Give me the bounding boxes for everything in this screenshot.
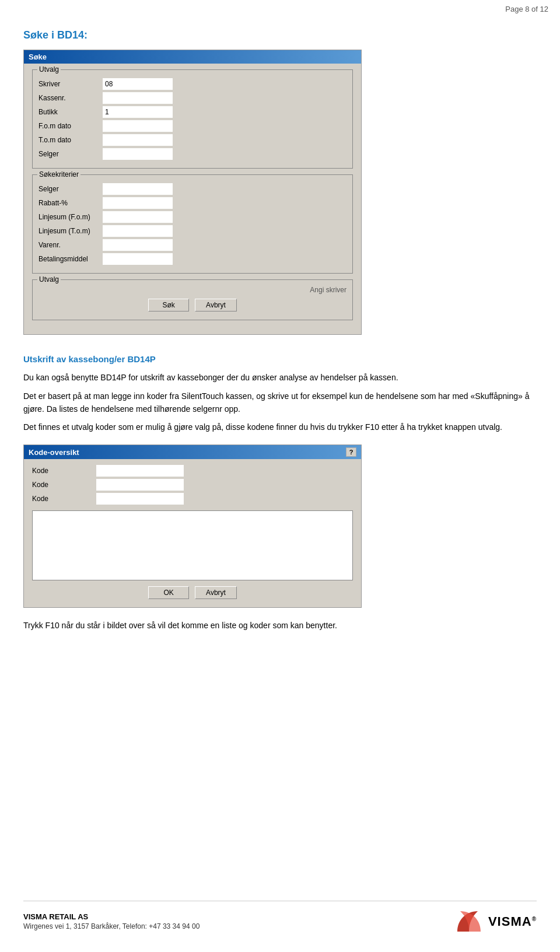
label-linjesum-tom: Linjesum (T.o.m) (38, 227, 103, 235)
kode-row-1: Kode (32, 465, 353, 477)
form-row-linjesum-fom: Linjesum (F.o.m) (38, 211, 346, 223)
form-row-selger1: Selger (38, 148, 346, 160)
visma-leaf-icon (454, 908, 484, 935)
input-skriver[interactable] (103, 78, 173, 90)
kode-dialog-titlebar: Kode-oversikt ? (24, 445, 361, 459)
label-skriver: Skriver (38, 80, 103, 88)
sokekriterier-legend: Søkekriterier (37, 170, 80, 178)
page-number: Page 8 of 12 (505, 5, 548, 13)
input-varenr[interactable] (103, 239, 173, 251)
kode-button-row: OK Avbryt (32, 586, 353, 599)
form-row-varenr: Varenr. (38, 239, 346, 251)
visma-text: VISMA® (488, 914, 537, 929)
angi-skriver-label: Angi skriver (38, 286, 346, 294)
kode-list-area[interactable] (32, 510, 353, 580)
label-tomdato: T.o.m dato (38, 136, 103, 144)
kode-label-1: Kode (32, 467, 96, 475)
kode-row-3: Kode (32, 493, 353, 505)
input-butikk[interactable] (103, 106, 173, 118)
sok-button-row: Søk Avbryt (38, 299, 346, 312)
input-linjesum-tom[interactable] (103, 225, 173, 237)
label-kassenr: Kassenr. (38, 94, 103, 102)
input-selger2[interactable] (103, 183, 173, 195)
utvalg-fieldset: Utvalg Skriver Kassenr. Butikk F.o.m dat… (32, 69, 353, 169)
para3: Det finnes et utvalg koder som er mulig … (23, 421, 537, 434)
visma-logo: VISMA® (454, 908, 537, 935)
footer-company: VISMA RETAIL AS (23, 912, 200, 921)
kode-label-2: Kode (32, 481, 96, 489)
sok-dialog-titlebar: Søke (24, 50, 361, 64)
subtitle: Utskrift av kassebong/er BD14P (23, 352, 537, 366)
kode-input-2[interactable] (96, 479, 184, 491)
page-footer: VISMA RETAIL AS Wirgenes vei 1, 3157 Bar… (23, 901, 537, 935)
kode-help-button[interactable]: ? (346, 447, 356, 457)
footer-body-text: Trykk F10 når du står i bildet over så v… (23, 620, 537, 632)
kode-label-3: Kode (32, 495, 96, 503)
form-row-selger2: Selger (38, 183, 346, 195)
form-row-kassenr: Kassenr. (38, 92, 346, 104)
utvalg2-section: Utvalg Angi skriver Søk Avbryt (32, 279, 353, 320)
kode-rows: Kode Kode Kode (32, 465, 353, 505)
form-row-betalingsmiddel: Betalingsmiddel (38, 253, 346, 265)
avbryt-button-kode[interactable]: Avbryt (195, 586, 237, 599)
utvalg2-legend: Utvalg (37, 275, 61, 284)
avbryt-button-sok[interactable]: Avbryt (195, 299, 237, 312)
visma-wordmark: VISMA® (488, 914, 537, 929)
body-text-section: Utskrift av kassebong/er BD14P Du kan og… (23, 352, 537, 434)
label-rabatt: Rabatt-% (38, 199, 103, 207)
input-linjesum-fom[interactable] (103, 211, 173, 223)
section1-title: Søke i BD14: (23, 29, 537, 41)
footer-text-para: Trykk F10 når du står i bildet over så v… (23, 620, 537, 632)
sokekriterier-fieldset: Søkekriterier Selger Rabatt-% Linjesum (… (32, 174, 353, 274)
kode-dialog-title: Kode-oversikt (29, 448, 79, 457)
label-betalingsmiddel: Betalingsmiddel (38, 255, 103, 263)
input-betalingsmiddel[interactable] (103, 253, 173, 265)
label-fomdato: F.o.m dato (38, 122, 103, 130)
para1: Du kan også benytte BD14P for utskrift a… (23, 372, 537, 384)
kode-input-1[interactable] (96, 465, 184, 477)
form-row-tomdato: T.o.m dato (38, 134, 346, 146)
kode-row-2: Kode (32, 479, 353, 491)
input-rabatt[interactable] (103, 197, 173, 209)
input-fomdato[interactable] (103, 120, 173, 132)
form-row-skriver: Skriver (38, 78, 346, 90)
ok-button[interactable]: OK (148, 586, 189, 599)
form-row-rabatt: Rabatt-% (38, 197, 346, 209)
label-linjesum-fom: Linjesum (F.o.m) (38, 213, 103, 221)
para2: Det er basert på at man legge inn koder … (23, 390, 537, 415)
input-tomdato[interactable] (103, 134, 173, 146)
utvalg-legend: Utvalg (37, 65, 61, 74)
form-row-linjesum-tom: Linjesum (T.o.m) (38, 225, 346, 237)
kode-dialog: Kode-oversikt ? Kode Kode Kode (23, 444, 362, 608)
input-selger1[interactable] (103, 148, 173, 160)
label-butikk: Butikk (38, 108, 103, 116)
form-row-butikk: Butikk (38, 106, 346, 118)
input-kassenr[interactable] (103, 92, 173, 104)
label-selger2: Selger (38, 185, 103, 193)
kode-input-3[interactable] (96, 493, 184, 505)
label-selger1: Selger (38, 150, 103, 158)
form-row-fomdato: F.o.m dato (38, 120, 346, 132)
sok-button[interactable]: Søk (148, 299, 189, 312)
sok-dialog: Søke Utvalg Skriver Kassenr. Butikk (23, 50, 362, 335)
footer-left: VISMA RETAIL AS Wirgenes vei 1, 3157 Bar… (23, 912, 200, 930)
footer-address: Wirgenes vei 1, 3157 Barkåker, Telefon: … (23, 922, 200, 930)
label-varenr: Varenr. (38, 241, 103, 249)
